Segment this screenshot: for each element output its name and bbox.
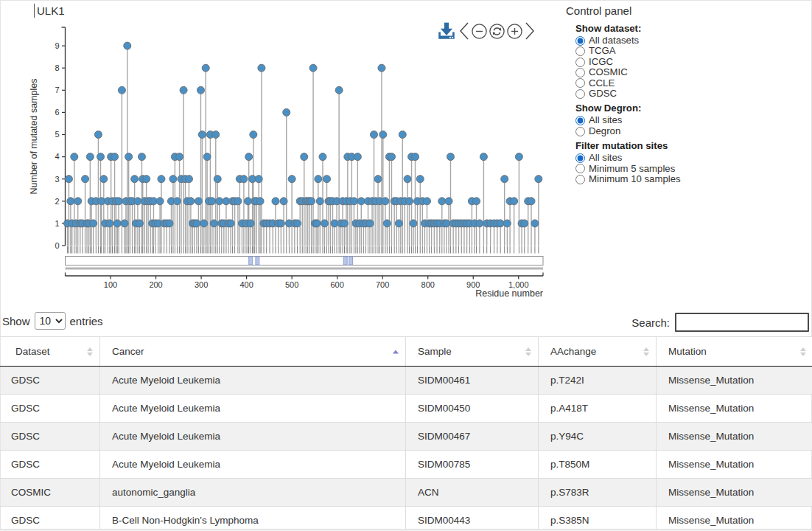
lollipop-point[interactable] <box>200 220 208 227</box>
radio-input[interactable] <box>575 36 585 46</box>
search-input[interactable] <box>675 313 809 332</box>
lollipop-point[interactable] <box>445 198 452 205</box>
pan-left-icon[interactable] <box>458 20 470 42</box>
lollipop-point[interactable] <box>125 153 133 161</box>
lollipop-point[interactable] <box>256 198 264 205</box>
radio-option-degron[interactable]: Degron <box>575 126 809 136</box>
lollipop-point[interactable] <box>203 153 211 161</box>
lollipop-point[interactable] <box>335 86 343 94</box>
lollipop-point[interactable] <box>94 131 102 139</box>
lollipop-point[interactable] <box>388 153 395 161</box>
lollipop-point[interactable] <box>497 220 504 227</box>
column-header-sample[interactable]: Sample <box>406 337 539 367</box>
lollipop-point[interactable] <box>371 131 378 139</box>
lollipop-point[interactable] <box>531 220 539 227</box>
lollipop-point[interactable] <box>316 198 323 205</box>
lollipop-point[interactable] <box>321 220 328 227</box>
lollipop-point[interactable] <box>438 198 446 205</box>
column-header-aachange[interactable]: AAchange <box>539 337 657 367</box>
lollipop-point[interactable] <box>309 64 317 72</box>
lollipop-point[interactable] <box>283 108 290 116</box>
radio-option-gdsc[interactable]: GDSC <box>575 88 809 99</box>
lollipop-chart[interactable]: 0123456789Number of mutated samples10020… <box>0 0 560 302</box>
lollipop-point[interactable] <box>301 153 308 161</box>
lollipop-point[interactable] <box>366 220 374 227</box>
radio-option-all-datasets[interactable]: All datasets <box>575 35 809 46</box>
radio-input[interactable] <box>575 116 585 125</box>
radio-input[interactable] <box>575 46 585 56</box>
lollipop-point[interactable] <box>354 153 361 161</box>
lollipop-point[interactable] <box>111 153 119 161</box>
lollipop-point[interactable] <box>447 153 454 161</box>
lollipop-point[interactable] <box>404 176 411 183</box>
radio-option-all-sites[interactable]: All sites <box>575 153 809 163</box>
radio-input[interactable] <box>575 153 585 163</box>
lollipop-point[interactable] <box>180 86 187 94</box>
radio-option-minimum-10-samples[interactable]: Minimum 10 samples <box>575 174 809 184</box>
column-header-cancer[interactable]: Cancer <box>100 337 406 367</box>
radio-input[interactable] <box>575 68 585 77</box>
reset-zoom-icon[interactable] <box>489 23 505 40</box>
lollipop-point[interactable] <box>100 176 108 183</box>
lollipop-point[interactable] <box>245 153 253 161</box>
lollipop-point[interactable] <box>118 86 125 94</box>
lollipop-point[interactable] <box>121 220 128 227</box>
lollipop-point[interactable] <box>187 198 195 205</box>
lollipop-point[interactable] <box>169 176 177 183</box>
radio-option-ccle[interactable]: CCLE <box>575 78 809 88</box>
lollipop-point[interactable] <box>399 131 406 139</box>
lollipop-point[interactable] <box>197 86 204 94</box>
lollipop-point[interactable] <box>255 176 262 183</box>
lollipop-point[interactable] <box>503 220 511 227</box>
lollipop-point[interactable] <box>86 153 94 161</box>
lollipop-point[interactable] <box>511 198 518 205</box>
lollipop-point[interactable] <box>382 198 389 205</box>
download-icon[interactable] <box>436 21 457 41</box>
radio-option-minimum-5-samples[interactable]: Minimum 5 samples <box>575 164 809 174</box>
lollipop-point[interactable] <box>378 64 385 72</box>
lollipop-point[interactable] <box>473 198 480 205</box>
lollipop-point[interactable] <box>131 176 139 183</box>
lollipop-point[interactable] <box>227 220 234 227</box>
lollipop-point[interactable] <box>113 220 121 227</box>
lollipop-point[interactable] <box>210 220 217 227</box>
lollipop-point[interactable] <box>250 131 257 139</box>
lollipop-point[interactable] <box>515 153 522 161</box>
radio-input[interactable] <box>575 164 585 173</box>
lollipop-point[interactable] <box>74 198 82 205</box>
radio-option-tcga[interactable]: TCGA <box>575 46 809 56</box>
column-header-mutation[interactable]: Mutation <box>657 337 812 367</box>
lollipop-point[interactable] <box>209 198 216 205</box>
lollipop-point[interactable] <box>423 198 430 205</box>
lollipop-point[interactable] <box>156 198 164 205</box>
lollipop-point[interactable] <box>193 220 200 227</box>
lollipop-point[interactable] <box>480 153 487 161</box>
lollipop-point[interactable] <box>216 198 223 205</box>
lollipop-point[interactable] <box>277 220 284 227</box>
lollipop-point[interactable] <box>383 220 391 227</box>
lollipop-point[interactable] <box>350 198 357 205</box>
lollipop-point[interactable] <box>198 131 206 139</box>
lollipop-point[interactable] <box>124 42 131 49</box>
lollipop-point[interactable] <box>195 198 202 205</box>
lollipop-point[interactable] <box>158 176 165 183</box>
lollipop-point[interactable] <box>240 176 248 183</box>
lollipop-point[interactable] <box>341 220 349 227</box>
zoom-out-icon[interactable] <box>471 23 488 40</box>
column-header-dataset[interactable]: Dataset <box>1 337 100 367</box>
lollipop-point[interactable] <box>134 198 141 205</box>
lollipop-point[interactable] <box>319 153 326 161</box>
lollipop-point[interactable] <box>65 176 72 183</box>
lollipop-point[interactable] <box>71 153 78 161</box>
lollipop-point[interactable] <box>280 198 287 205</box>
radio-input[interactable] <box>575 78 585 88</box>
lollipop-point[interactable] <box>405 198 413 205</box>
radio-input[interactable] <box>575 127 585 136</box>
lollipop-point[interactable] <box>138 153 145 161</box>
lollipop-point[interactable] <box>374 176 382 183</box>
radio-input[interactable] <box>575 89 585 99</box>
radio-option-all-sites[interactable]: All sites <box>575 115 809 125</box>
lollipop-point[interactable] <box>173 198 181 205</box>
lollipop-point[interactable] <box>106 220 113 227</box>
lollipop-point[interactable] <box>416 176 424 183</box>
